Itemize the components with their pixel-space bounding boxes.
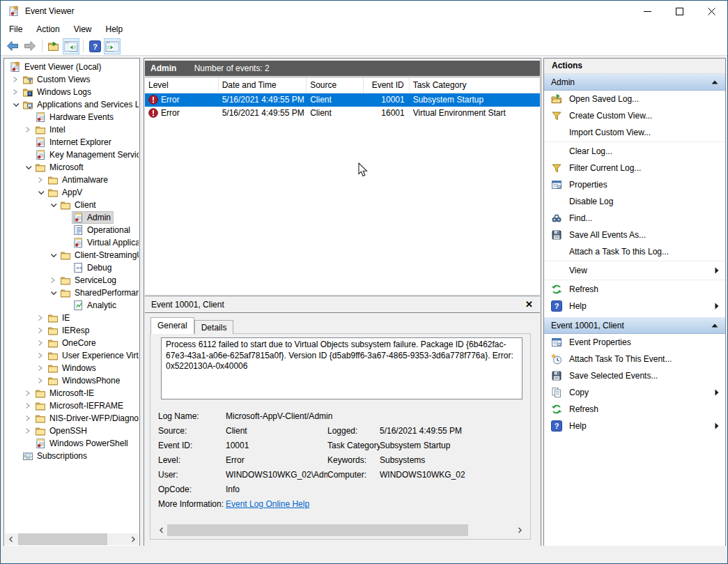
scroll-right-icon[interactable] (513, 524, 525, 536)
expander-collapsed-icon[interactable] (37, 364, 47, 372)
expander-collapsed-icon[interactable] (24, 414, 35, 422)
tree-item-client[interactable]: Client (5, 199, 139, 211)
tree-item-windowsphone[interactable]: WindowsPhone (5, 374, 139, 387)
tree-item-debug[interactable]: «»Debug (5, 261, 139, 274)
action-attach-a-task-to-this-log[interactable]: Attach a Task To this Log... (544, 243, 725, 260)
expander-collapsed-icon[interactable] (24, 427, 35, 435)
maximize-button[interactable] (663, 1, 695, 22)
action-disable-log[interactable]: Disable Log (544, 193, 725, 210)
expander-collapsed-icon[interactable] (37, 351, 47, 360)
column-header-event-id[interactable]: Event ID (364, 77, 410, 93)
preview-scroll-track[interactable] (167, 524, 513, 536)
action-find[interactable]: Find... (544, 210, 725, 227)
action-view[interactable]: View (544, 262, 725, 279)
action-properties[interactable]: Properties (544, 176, 725, 193)
action-create-custom-view[interactable]: Create Custom View... (544, 107, 725, 124)
tree-item-microsoft-ieframe[interactable]: Microsoft-IEFRAME (5, 399, 139, 412)
tree-item-antimalware[interactable]: Antimalware (5, 174, 139, 186)
menu-view[interactable]: View (67, 22, 99, 37)
expander-collapsed-icon[interactable] (24, 125, 35, 134)
close-button[interactable] (695, 1, 727, 22)
preview-scroll-thumb[interactable] (167, 524, 468, 536)
collapse-arrow-icon[interactable] (711, 80, 718, 84)
expander-expanded-icon[interactable] (49, 289, 60, 297)
action-attach-task-to-this-event[interactable]: Attach Task To This Event... (544, 351, 725, 367)
event-row[interactable]: Error5/16/2021 4:49:55 PMClient10001Subs… (145, 93, 540, 107)
menu-action[interactable]: Action (29, 22, 66, 37)
back-button[interactable] (4, 38, 21, 54)
action-copy[interactable]: Copy (544, 384, 725, 401)
help-button[interactable]: ? (86, 38, 103, 54)
tree-item-event-viewer-local[interactable]: Event Viewer (Local) (5, 61, 139, 73)
expander-expanded-icon[interactable] (37, 188, 47, 197)
expander-expanded-icon[interactable] (12, 100, 22, 109)
tree-item-hardware-events[interactable]: Hardware Events (5, 111, 139, 123)
tree-item-onecore[interactable]: OneCore (5, 337, 139, 349)
action-open-saved-log[interactable]: Open Saved Log... (544, 91, 725, 107)
column-header-date-and-time[interactable]: Date and Time (219, 77, 307, 93)
tree-scroll-track[interactable] (17, 533, 127, 545)
menu-file[interactable]: File (2, 22, 29, 37)
expander-collapsed-icon[interactable] (37, 376, 47, 385)
expander-expanded-icon[interactable] (49, 251, 60, 259)
menu-help[interactable]: Help (99, 22, 130, 37)
action-help[interactable]: ?Help (544, 298, 725, 314)
tab-general[interactable]: General (150, 317, 194, 334)
tree-item-internet-explorer[interactable]: Internet Explorer (5, 136, 139, 148)
preview-close-icon[interactable]: ✕ (525, 300, 533, 309)
expander-collapsed-icon[interactable] (37, 339, 47, 347)
column-header-level[interactable]: Level (145, 77, 219, 93)
expander-expanded-icon[interactable] (24, 163, 35, 172)
tree-item-windows[interactable]: Windows (5, 362, 139, 374)
expander-collapsed-icon[interactable] (12, 75, 22, 84)
action-help[interactable]: ?Help (544, 418, 725, 434)
action-event-properties[interactable]: Event Properties (544, 334, 725, 351)
tree-item-virtual-applica[interactable]: Virtual Applica (5, 236, 139, 249)
tree-item-user-experience-virtu[interactable]: User Experience Virtu (5, 349, 139, 362)
scroll-left-icon[interactable] (155, 524, 167, 536)
action-import-custom-view[interactable]: Import Custom View... (544, 124, 725, 141)
show-action-pane-button[interactable] (104, 38, 121, 54)
tree-item-admin[interactable]: Admin (5, 211, 139, 224)
column-header-task-category[interactable]: Task Category (410, 77, 540, 93)
show-console-tree-button[interactable] (63, 38, 79, 54)
tab-details[interactable]: Details (194, 320, 234, 334)
expander-collapsed-icon[interactable] (37, 176, 47, 184)
expander-collapsed-icon[interactable] (24, 389, 35, 397)
tree-item-microsoft[interactable]: Microsoft (5, 161, 139, 174)
forward-button[interactable] (22, 38, 38, 54)
preview-horizontal-scrollbar[interactable] (155, 524, 525, 536)
tree-item-custom-views[interactable]: Custom Views (5, 73, 139, 86)
expander-expanded-icon[interactable] (49, 201, 60, 209)
expander-collapsed-icon[interactable] (37, 314, 47, 322)
tree-item-sharedperforman[interactable]: SharedPerforman (5, 287, 139, 299)
tree-item-appv[interactable]: AppV (5, 186, 139, 199)
action-save-all-events-as[interactable]: Save All Events As... (544, 227, 725, 243)
section-header-event-10001-client[interactable]: Event 10001, Client (544, 317, 725, 334)
tree-horizontal-scrollbar[interactable] (5, 533, 139, 545)
tree-item-key-management-service[interactable]: Key Management Service (5, 148, 139, 161)
scroll-left-icon[interactable] (5, 533, 17, 545)
tree-item-nis-driver-wfp-diagnos[interactable]: NIS-Driver-WFP/Diagnos (5, 412, 139, 425)
tree-item-client-streamingu[interactable]: Client-StreamingU (5, 249, 139, 261)
tree-item-windows-logs[interactable]: Windows Logs (5, 86, 139, 98)
action-filter-current-log[interactable]: Filter Current Log... (544, 160, 725, 176)
column-header-source[interactable]: Source (307, 77, 364, 93)
scroll-right-icon[interactable] (127, 533, 139, 545)
export-log-button[interactable] (45, 38, 62, 54)
tree-item-ie[interactable]: IE (5, 312, 139, 324)
expander-collapsed-icon[interactable] (24, 402, 35, 410)
tree-item-ieresp[interactable]: IEResp (5, 324, 139, 337)
action-refresh[interactable]: Refresh (544, 281, 725, 298)
tree-scroll-thumb[interactable] (18, 533, 107, 545)
tree-item-windows-powershell[interactable]: Windows PowerShell (5, 437, 139, 450)
tree-item-intel[interactable]: Intel (5, 123, 139, 136)
minimize-button[interactable] (631, 1, 663, 22)
tree-item-openssh[interactable]: OpenSSH (5, 425, 139, 437)
tree-item-applications-and-services-lo[interactable]: Applications and Services Lo (5, 98, 139, 111)
action-refresh[interactable]: Refresh (544, 401, 725, 418)
expander-collapsed-icon[interactable] (49, 276, 60, 284)
tree-item-analytic[interactable]: Analytic (5, 299, 139, 312)
event-log-online-help-link[interactable]: Event Log Online Help (226, 499, 327, 509)
expander-collapsed-icon[interactable] (12, 88, 22, 96)
